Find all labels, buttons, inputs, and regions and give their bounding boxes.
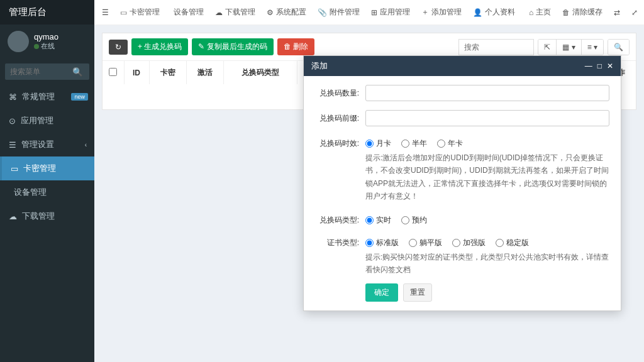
sidebar-item-device[interactable]: 设备管理 — [0, 180, 94, 204]
tab-card[interactable]: ▭卡密管理 — [116, 7, 164, 18]
table-search-input[interactable] — [458, 39, 534, 55]
cloud-icon: ☁ — [215, 8, 223, 17]
col-codetype[interactable]: 兑换码类型 — [224, 61, 297, 84]
chevron-left-icon: ‹ — [85, 141, 87, 148]
modal-footer: 确定 重置 — [304, 277, 621, 310]
sidebar-search: 🔍 — [5, 63, 89, 80]
lang-toggle[interactable]: ⇄ — [609, 8, 625, 17]
cloud-icon: ☁ — [9, 212, 17, 221]
tab-attachment[interactable]: 📎附件管理 — [313, 7, 364, 18]
sidebar-item-download[interactable]: ☁下载管理 — [0, 204, 94, 228]
add-modal: 添加 — □ ✕ 兑换码数量: 兑换码前缀: — [303, 55, 621, 311]
home-link[interactable]: ⌂主页 — [525, 7, 555, 18]
cert-label: 证书类型: — [315, 234, 359, 248]
type-label: 兑换码类型: — [315, 212, 359, 226]
sidebar-toggle[interactable]: ☰ — [101, 8, 113, 17]
refresh-button[interactable]: ↻ — [109, 40, 128, 55]
more-button[interactable]: ≡ ▾ — [582, 40, 603, 55]
qty-input[interactable] — [365, 85, 609, 101]
status-dot-icon — [34, 44, 39, 49]
copy-last-button[interactable]: ✎ 复制最后生成的码 — [192, 38, 273, 55]
tab-device[interactable]: 设备管理 — [167, 7, 208, 18]
list-icon: ☰ — [9, 140, 16, 150]
close-icon[interactable]: ✕ — [607, 62, 613, 70]
col-id[interactable]: ID — [124, 61, 149, 84]
tab-addmgmt[interactable]: ＋添加管理 — [417, 7, 466, 18]
sidebar-item-card[interactable]: ▭卡密管理 — [0, 156, 94, 180]
qty-label: 兑换码数量: — [315, 85, 359, 99]
duration-halfyear[interactable]: 半年 — [401, 138, 427, 149]
export-button[interactable]: ⇱ — [538, 40, 557, 55]
modal-header[interactable]: 添加 — □ ✕ — [304, 56, 621, 76]
type-reserve[interactable]: 预约 — [401, 215, 427, 226]
prefix-label: 兑换码前缀: — [315, 110, 359, 124]
cert-standard[interactable]: 标准版 — [365, 238, 399, 248]
attachment-icon: 📎 — [318, 8, 327, 17]
new-badge: new — [71, 93, 88, 101]
view-buttons: ⇱ ▦ ▾ ≡ ▾ — [538, 39, 604, 55]
search-button-group: 🔍 — [608, 39, 630, 55]
cert-hint: 提示:购买快闪签对应的证书类型，此类型只对公共池实时书有效，详情查看快闪签文档 — [365, 251, 609, 277]
user-status: 在线 — [34, 41, 58, 51]
sidebar-item-general[interactable]: ⌘常规管理new — [0, 85, 94, 109]
menu-icon: ☰ — [102, 8, 109, 17]
select-all-header — [103, 61, 124, 84]
tab-profile[interactable]: 👤个人资料 — [469, 7, 519, 18]
sidebar-search-input[interactable] — [5, 63, 66, 80]
expand-icon: ⤢ — [631, 8, 638, 17]
modal-body: 兑换码数量: 兑换码前缀: 兑换码时效: 月卡 半年 年卡 — [304, 76, 621, 277]
plus-icon: ＋ — [421, 7, 429, 18]
lang-icon: ⇄ — [614, 8, 620, 17]
sidebar-item-settings[interactable]: ☰管理设置‹ — [0, 133, 94, 156]
duration-month[interactable]: 月卡 — [365, 138, 391, 149]
minimize-icon[interactable]: — — [585, 62, 592, 70]
clear-cache[interactable]: 🗑清除缓存 — [558, 7, 607, 18]
prefix-input[interactable] — [365, 110, 609, 126]
col-activate[interactable]: 激活 — [186, 61, 223, 84]
tab-sysconfig[interactable]: ⚙系统配置 — [262, 7, 311, 18]
delete-button[interactable]: 🗑 删除 — [277, 38, 314, 55]
circle-icon: ⊙ — [9, 116, 16, 126]
select-all-checkbox[interactable] — [109, 68, 117, 76]
sidebar-nav: ⌘常规管理new ⊙应用管理 ☰管理设置‹ ▭卡密管理 设备管理 ☁下载管理 — [0, 85, 94, 228]
avatar — [8, 31, 29, 52]
tab-app[interactable]: ⊞应用管理 — [367, 7, 414, 18]
cert-lay[interactable]: 躺平版 — [409, 238, 442, 248]
refresh-icon: ↻ — [115, 43, 121, 52]
main: ☰ ▭卡密管理 设备管理 ☁下载管理 ⚙系统配置 📎附件管理 ⊞应用管理 ＋添加… — [94, 0, 644, 362]
trash-icon: 🗑 — [562, 8, 570, 17]
duration-hint: 提示:激活后会增加对应的UDID到期时间(UDID掉签情况下，只会更换证书，不会… — [365, 151, 609, 203]
sidebar: 管理后台 qymao 在线 🔍 ⌘常规管理new ⊙应用管理 ☰管理设置‹ ▭卡… — [0, 0, 94, 362]
fullscreen-toggle[interactable]: ⤢ — [627, 8, 642, 17]
user-icon: 👤 — [473, 8, 482, 17]
cert-stable[interactable]: 稳定版 — [496, 238, 529, 248]
cert-strong[interactable]: 加强版 — [452, 238, 486, 248]
brand: 管理后台 — [0, 0, 94, 25]
generate-code-button[interactable]: + 生成兑换码 — [131, 38, 188, 55]
home-icon: ⌂ — [529, 8, 533, 17]
card-icon: ▭ — [120, 8, 127, 17]
tab-download[interactable]: ☁下载管理 — [211, 7, 260, 18]
user-panel: qymao 在线 — [0, 25, 94, 58]
sidebar-search-button[interactable]: 🔍 — [66, 63, 89, 80]
duration-year[interactable]: 年卡 — [437, 138, 463, 149]
user-name: qymao — [34, 32, 58, 41]
dashboard-icon: ⌘ — [9, 92, 17, 102]
columns-button[interactable]: ▦ ▾ — [557, 40, 581, 55]
content: ↻ + 生成兑换码 ✎ 复制最后生成的码 🗑 删除 ⇱ ▦ ▾ ≡ ▾ 🔍 — [94, 25, 644, 362]
modal-title: 添加 — [311, 60, 328, 72]
card-icon: ▭ — [11, 164, 18, 173]
duration-label: 兑换码时效: — [315, 135, 359, 149]
sidebar-item-app[interactable]: ⊙应用管理 — [0, 109, 94, 133]
reset-button[interactable]: 重置 — [403, 283, 432, 302]
type-realtime[interactable]: 实时 — [365, 215, 391, 226]
topbar: ☰ ▭卡密管理 设备管理 ☁下载管理 ⚙系统配置 📎附件管理 ⊞应用管理 ＋添加… — [94, 0, 644, 25]
ok-button[interactable]: 确定 — [365, 283, 398, 302]
gear-icon: ⚙ — [267, 8, 274, 17]
maximize-icon[interactable]: □ — [597, 62, 602, 70]
grid-icon: ⊞ — [371, 8, 377, 17]
col-card[interactable]: 卡密 — [149, 61, 186, 84]
search-button[interactable]: 🔍 — [608, 40, 629, 55]
